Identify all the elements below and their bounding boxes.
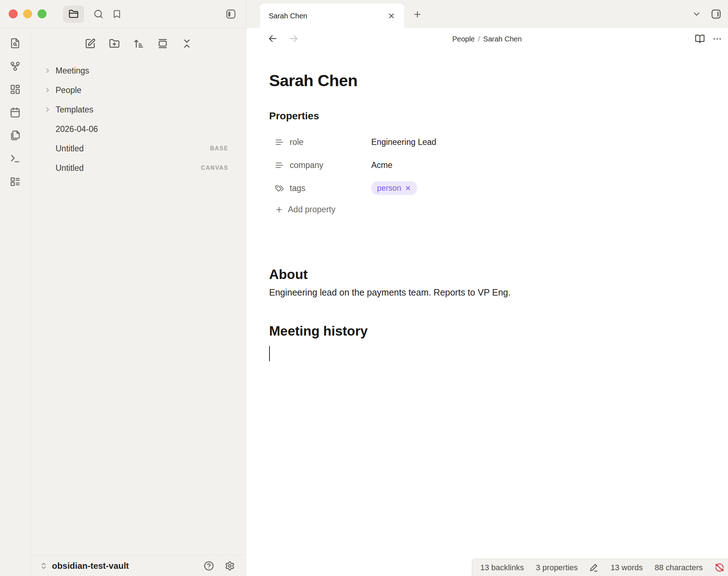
property-key[interactable]: company bbox=[290, 160, 371, 170]
tab-list-button[interactable] bbox=[692, 9, 701, 19]
meeting-history-heading: Meeting history bbox=[269, 324, 705, 339]
chevrons-down-up-icon bbox=[181, 38, 192, 49]
tree-item-meetings[interactable]: Meetings bbox=[31, 61, 246, 80]
folder-label: Templates bbox=[56, 105, 93, 115]
property-key[interactable]: tags bbox=[290, 183, 371, 193]
files-view-button[interactable] bbox=[63, 5, 84, 23]
minimize-window-button[interactable] bbox=[23, 9, 32, 18]
templates-button[interactable] bbox=[10, 130, 21, 141]
layout-dashboard-icon bbox=[10, 84, 21, 95]
panel-left-icon bbox=[225, 9, 236, 19]
file-tree: Meetings People Templates 2026-04-06 Unt… bbox=[31, 61, 246, 178]
backlinks-count[interactable]: 13 backlinks bbox=[480, 563, 524, 572]
add-property-button[interactable]: Add property bbox=[269, 205, 336, 214]
explorer-toolbar bbox=[31, 34, 246, 54]
left-sidebar-toggle-button[interactable] bbox=[225, 9, 236, 19]
tag-pill-person[interactable]: person bbox=[371, 181, 417, 195]
more-options-button[interactable] bbox=[712, 34, 722, 44]
text-cursor bbox=[269, 346, 270, 361]
folder-icon bbox=[69, 9, 79, 19]
bookmarks-view-button[interactable] bbox=[112, 9, 122, 19]
right-sidebar-toggle-button[interactable] bbox=[711, 9, 722, 19]
chevron-right-icon bbox=[44, 106, 53, 113]
vault-switcher[interactable]: obsidian-test-vault bbox=[31, 555, 246, 576]
add-property-label: Add property bbox=[288, 205, 336, 214]
new-note-button[interactable] bbox=[85, 38, 96, 49]
tree-item-people[interactable]: People bbox=[31, 80, 246, 100]
breadcrumb-note[interactable]: Sarah Chen bbox=[483, 35, 522, 43]
sort-ascending-icon bbox=[133, 38, 144, 49]
tree-item-untitled-canvas[interactable]: Untitled CANVAS bbox=[31, 158, 246, 178]
property-value[interactable]: Acme bbox=[371, 160, 392, 170]
close-icon bbox=[387, 12, 395, 20]
bases-button[interactable] bbox=[10, 176, 21, 187]
tree-item-untitled-base[interactable]: Untitled BASE bbox=[31, 139, 246, 158]
note-title: Sarah Chen bbox=[269, 71, 705, 90]
file-search-button[interactable] bbox=[10, 38, 21, 49]
tab-sarah-chen[interactable]: Sarah Chen bbox=[260, 4, 404, 28]
character-count[interactable]: 88 characters bbox=[655, 563, 703, 572]
word-count[interactable]: 13 words bbox=[610, 563, 643, 572]
vault-name: obsidian-test-vault bbox=[52, 561, 129, 571]
main-pane: Sarah Chen bbox=[246, 0, 728, 576]
zoom-window-button[interactable] bbox=[38, 9, 47, 18]
tree-item-daily-note[interactable]: 2026-04-06 bbox=[31, 119, 246, 139]
tab-close-button[interactable] bbox=[387, 12, 395, 20]
edit-mode-button[interactable] bbox=[589, 563, 598, 572]
help-button[interactable] bbox=[204, 561, 214, 571]
ribbon bbox=[0, 28, 31, 576]
calendar-icon bbox=[10, 107, 21, 118]
property-value[interactable]: Engineering Lead bbox=[371, 137, 436, 147]
reading-view-button[interactable] bbox=[695, 34, 705, 44]
titlebar bbox=[0, 0, 246, 28]
obsidian-window: Meetings People Templates 2026-04-06 Unt… bbox=[0, 0, 728, 576]
folder-label: People bbox=[56, 85, 82, 95]
file-type-badge: BASE bbox=[210, 145, 228, 152]
folder-plus-icon bbox=[109, 38, 120, 49]
tree-item-templates[interactable]: Templates bbox=[31, 100, 246, 119]
about-text: Engineering lead on the payments team. R… bbox=[269, 287, 705, 298]
close-window-button[interactable] bbox=[9, 9, 18, 18]
canvas-button[interactable] bbox=[10, 84, 21, 95]
property-row-tags[interactable]: tags person bbox=[269, 177, 705, 200]
file-type-badge: CANVAS bbox=[201, 165, 228, 171]
square-pen-icon bbox=[85, 38, 96, 49]
breadcrumb: People/Sarah Chen bbox=[246, 35, 728, 43]
settings-button[interactable] bbox=[225, 561, 235, 571]
daily-note-button[interactable] bbox=[10, 107, 21, 118]
plus-icon bbox=[413, 10, 422, 19]
new-folder-button[interactable] bbox=[109, 38, 120, 49]
chevrons-up-down-icon bbox=[40, 562, 48, 570]
property-key[interactable]: role bbox=[290, 137, 371, 147]
text-property-icon bbox=[275, 138, 284, 147]
search-view-button[interactable] bbox=[93, 9, 104, 19]
traffic-lights bbox=[9, 9, 47, 18]
sync-error-button[interactable] bbox=[715, 563, 724, 572]
note-header: People/Sarah Chen bbox=[246, 28, 728, 49]
breadcrumb-folder[interactable]: People bbox=[452, 35, 475, 43]
ellipsis-icon bbox=[712, 34, 722, 44]
sort-order-button[interactable] bbox=[133, 38, 144, 49]
file-explorer: Meetings People Templates 2026-04-06 Unt… bbox=[31, 28, 246, 576]
file-label: Untitled bbox=[56, 163, 84, 173]
tags-icon bbox=[275, 184, 284, 193]
chevron-right-icon bbox=[44, 87, 53, 94]
note-body[interactable]: Sarah Chen Properties role Engineering L… bbox=[246, 71, 728, 361]
graph-view-button[interactable] bbox=[10, 61, 21, 72]
about-heading: About bbox=[269, 267, 705, 282]
file-label: 2026-04-06 bbox=[56, 124, 98, 134]
properties-heading: Properties bbox=[269, 110, 705, 122]
search-icon bbox=[93, 9, 104, 19]
collapse-all-button[interactable] bbox=[181, 38, 192, 49]
property-row-role[interactable]: role Engineering Lead bbox=[269, 130, 705, 154]
property-row-company[interactable]: company Acme bbox=[269, 154, 705, 177]
bookmark-icon bbox=[112, 9, 122, 19]
properties-count[interactable]: 3 properties bbox=[536, 563, 578, 572]
new-tab-button[interactable] bbox=[410, 7, 425, 22]
text-property-icon bbox=[275, 161, 284, 170]
terminal-button[interactable] bbox=[10, 153, 21, 164]
remove-tag-icon[interactable] bbox=[405, 185, 411, 191]
pencil-icon bbox=[589, 563, 598, 572]
terminal-icon bbox=[10, 153, 21, 164]
card-layout-button[interactable] bbox=[157, 38, 168, 49]
